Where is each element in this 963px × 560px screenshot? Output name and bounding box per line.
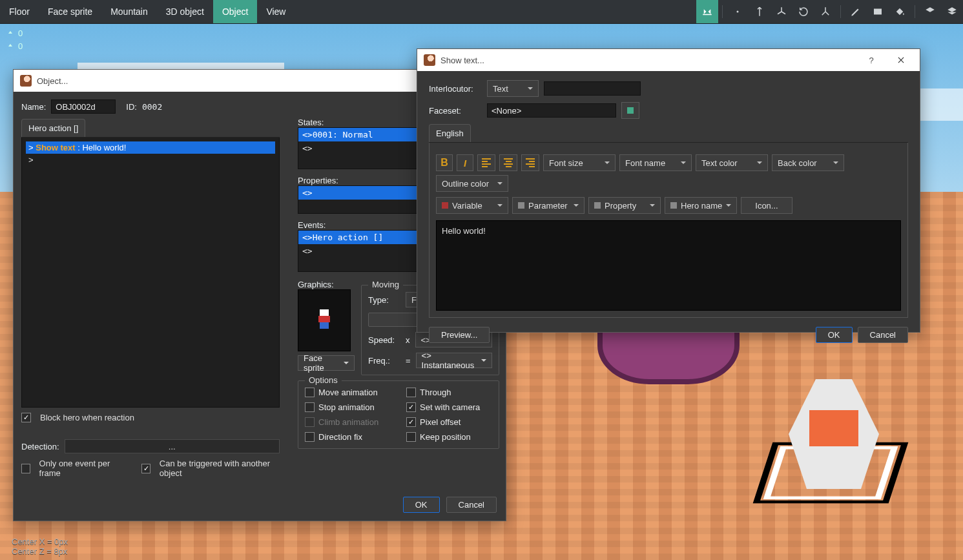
menu-object[interactable]: Object [213, 0, 257, 23]
app-icon [424, 54, 435, 66]
pin-row-2: 0 [6, 41, 23, 51]
opt-direction-fix[interactable] [305, 432, 315, 442]
faceset-browse-button[interactable] [621, 102, 639, 119]
tool-axis-y[interactable] [749, 0, 771, 23]
name-input[interactable] [51, 99, 116, 114]
arrow-up-icon [6, 43, 14, 50]
moving-legend: Moving [368, 280, 403, 289]
align-center-icon [504, 158, 513, 167]
insert-property[interactable]: Property [588, 197, 661, 214]
app-icon [20, 75, 32, 87]
interlocutor-mode-combo[interactable]: Text [487, 80, 539, 97]
menu-mountain[interactable]: Mountain [101, 0, 157, 23]
command-list[interactable]: > Show text : Hello world! > [21, 138, 280, 408]
pin-row-1: 0 [6, 28, 23, 38]
close-button[interactable] [889, 49, 913, 71]
font-size-combo[interactable]: Font size [543, 154, 616, 171]
arrow-up-icon [6, 30, 14, 37]
moving-freq-mid: = [406, 356, 411, 366]
hero-icon [670, 202, 677, 209]
align-left-icon [482, 158, 491, 167]
show-text-titlebar[interactable]: Show text... ? [417, 49, 920, 71]
block-hero-label: Block hero when reaction [40, 413, 134, 422]
tool-axis-xyz[interactable] [771, 0, 792, 23]
help-button[interactable]: ? [859, 49, 884, 71]
interlocutor-label: Interlocutor: [429, 84, 482, 94]
moving-speed-mid: x [406, 335, 410, 345]
pin-a-value: 0 [18, 28, 23, 38]
show-text-title: Show text... [440, 56, 484, 65]
preview-button[interactable]: Preview... [429, 327, 490, 343]
insert-variable[interactable]: Variable [436, 197, 508, 214]
text-ok-button[interactable]: OK [816, 327, 853, 343]
text-cancel-button[interactable]: Cancel [858, 327, 908, 343]
options-legend: Options [305, 375, 342, 385]
svg-rect-1 [874, 9, 882, 15]
variable-icon [442, 202, 448, 209]
detection-button[interactable]: ... [65, 439, 280, 453]
lang-tab-english[interactable]: English [429, 124, 471, 142]
tab-hero-action[interactable]: Hero action [] [21, 119, 85, 137]
tool-layers[interactable] [941, 0, 963, 23]
tool-rotate[interactable] [792, 0, 814, 23]
svg-point-0 [737, 11, 739, 13]
command-empty[interactable]: > [26, 154, 275, 166]
faceset-input[interactable] [487, 103, 616, 118]
graphics-kind-combo[interactable]: Face sprite [298, 355, 355, 371]
tool-move[interactable] [727, 0, 749, 23]
text-color-combo[interactable]: Text color [696, 154, 768, 171]
moving-freq-label: Freq.: [368, 356, 400, 366]
menu-view[interactable]: View [257, 0, 295, 23]
menu-3d-object[interactable]: 3D object [157, 0, 213, 23]
tool-rectangle[interactable] [867, 0, 889, 23]
opt-move-anim[interactable] [305, 388, 315, 397]
pin-b-value: 0 [18, 41, 23, 51]
close-icon [896, 56, 906, 65]
opt-stop-anim[interactable] [305, 402, 315, 412]
insert-hero-name[interactable]: Hero name [665, 197, 737, 214]
tool-pencil[interactable] [845, 0, 867, 23]
property-icon [594, 202, 601, 209]
tool-select[interactable] [696, 0, 718, 23]
menu-face-sprite[interactable]: Face sprite [39, 0, 101, 23]
parameter-icon [518, 202, 524, 209]
name-label: Name: [21, 102, 46, 112]
format-italic[interactable]: I [457, 154, 473, 171]
block-hero-checkbox[interactable] [21, 413, 31, 422]
message-textarea[interactable]: Hello world! [436, 220, 901, 311]
menu-floor[interactable]: Floor [0, 0, 39, 23]
insert-icon[interactable]: Icon... [741, 197, 792, 214]
insert-parameter[interactable]: Parameter [512, 197, 585, 214]
opt-through[interactable] [406, 388, 416, 397]
font-name-combo[interactable]: Font name [619, 154, 692, 171]
sprite-icon [316, 309, 333, 331]
triggered-label: Can be triggered with another object [160, 459, 280, 478]
outline-color-combo[interactable]: Outline color [436, 175, 508, 192]
only-one-checkbox[interactable] [21, 464, 30, 473]
show-text-dialog: Show text... ? Interlocutor: Text Facese… [417, 48, 920, 333]
graphics-label: Graphics: [298, 280, 355, 289]
top-toolbar: Floor Face sprite Mountain 3D object Obj… [0, 0, 963, 24]
moving-freq-combo[interactable]: <> Instantaneous [416, 353, 492, 368]
format-bold[interactable]: B [436, 154, 453, 171]
scene-hero [750, 379, 911, 541]
opt-pixel-offset[interactable] [406, 417, 416, 427]
object-dialog-title: Object... [37, 76, 68, 86]
interlocutor-input[interactable] [544, 81, 641, 96]
tool-scale[interactable] [814, 0, 836, 23]
object-ok-button[interactable]: OK [403, 497, 440, 513]
opt-set-camera[interactable] [406, 402, 416, 412]
triggered-checkbox[interactable] [141, 464, 150, 473]
object-cancel-button[interactable]: Cancel [446, 497, 497, 513]
align-left[interactable] [477, 154, 495, 171]
opt-keep-position[interactable] [406, 432, 416, 442]
command-show-text[interactable]: > Show text : Hello world! [26, 141, 275, 154]
back-color-combo[interactable]: Back color [772, 154, 844, 171]
align-center[interactable] [499, 154, 517, 171]
id-value: 0002 [142, 102, 162, 112]
align-right[interactable] [521, 154, 539, 171]
graphics-preview[interactable] [298, 289, 351, 351]
tool-bucket[interactable] [889, 0, 911, 23]
moving-type-label: Type: [368, 295, 400, 305]
tool-layer[interactable] [919, 0, 941, 23]
